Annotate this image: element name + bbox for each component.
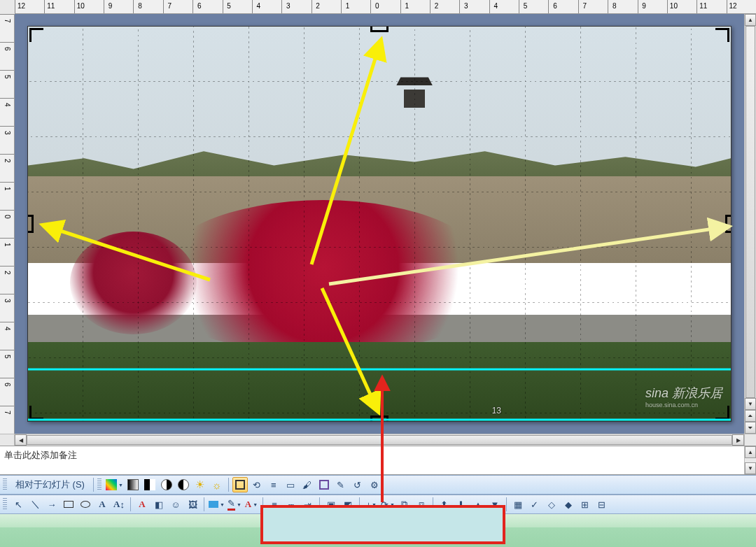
crop-handle-tr[interactable] [715,28,729,42]
ellipse-tool[interactable] [78,497,93,512]
line-color-button[interactable]: ✎▼ [227,497,242,512]
crop-handle-br[interactable] [715,406,729,420]
ruler-h-tick: 12 [15,0,27,13]
toolbar-grip-2[interactable] [97,478,102,491]
ruler-v-tick: 2 [0,154,14,166]
ruler-h-tick: 2 [312,0,324,13]
blossom-tree-graphic [155,200,492,350]
scroll-left-button[interactable]: ◀ [15,434,27,446]
ruler-v-tick: 7 [0,14,14,27]
vertical-scrollbar[interactable]: ▲ ▼ ⏶ ⏷ [744,14,756,434]
slide[interactable]: sina 新浪乐居 house.sina.com.cn 13 [27,26,732,422]
black-white-button[interactable] [142,477,158,492]
notes-pane[interactable]: 单击此处添加备注 ▲ ▼ [0,446,756,475]
ruler-v-tick: 0 [0,210,14,222]
color-menu-button[interactable]: ▼ [105,477,124,492]
insert-clipart-button[interactable]: ☺ [168,497,183,512]
scroll-down-button[interactable]: ▼ [745,398,756,410]
line-style-button[interactable]: ≡ [266,477,281,492]
grid-button[interactable]: ▦ [510,497,526,512]
fill-color-button[interactable]: ▼ [208,497,225,512]
scroll-right-button[interactable]: ▶ [732,434,744,446]
ruler-v-tick: 5 [0,350,14,362]
line-tool[interactable]: ＼ [27,497,43,512]
watermark: sina 新浪乐居 house.sina.com.cn [645,385,722,409]
extra-1-button[interactable]: ◇ [544,497,559,512]
ruler-h-tick: 4 [252,0,265,13]
slide-stage[interactable]: sina 新浪乐居 house.sina.com.cn 13 [15,14,744,434]
ruler-v-tick: 6 [0,42,14,55]
horizontal-scrollbar[interactable]: ◀ ▶ [15,434,744,446]
less-contrast-button[interactable] [176,477,191,492]
crop-handle-bl[interactable] [29,406,43,420]
insert-diagram-button[interactable]: ◧ [151,497,167,512]
ruler-h-tick: 10 [74,0,87,13]
notes-scrollbar[interactable]: ▲ ▼ [744,446,756,474]
ruler-h-tick: 8 [133,0,146,13]
ruler-h-tick: 3 [459,0,472,13]
snap-button[interactable]: ✓ [527,497,542,512]
ruler-h-tick: 11 [696,0,709,13]
insert-wordart-button[interactable]: A [134,497,150,512]
watermark-main: sina 新浪乐居 [645,386,722,400]
next-slide-button[interactable]: ⏷ [745,422,756,434]
ruler-v-tick: 1 [0,238,14,250]
drawing-grip[interactable] [3,498,7,511]
extra-3-button[interactable]: ⊞ [578,497,593,512]
crop-handle-r[interactable] [725,215,731,233]
rotate-left-button[interactable]: ⟲ [249,477,265,492]
ruler-v-tick: 6 [0,378,14,390]
ruler-v-tick: 4 [0,322,14,334]
slide-image[interactable]: sina 新浪乐居 house.sina.com.cn 13 [28,27,731,421]
prev-slide-button[interactable]: ⏶ [745,410,756,422]
ruler-h-tick: 6 [548,0,561,13]
notes-scroll-down[interactable]: ▼ [745,462,756,474]
reset-picture-button[interactable]: ↺ [350,477,365,492]
format-picture-button[interactable] [316,477,332,492]
vertical-text-tool[interactable]: A↕ [111,497,127,512]
ruler-h-tick: 6 [192,0,205,13]
crop-handle-b[interactable] [370,415,388,421]
picture-toolbar: 相对于幻灯片 (S) ▼ ☀ ☼ ⟲ ≡ ▭ 🖌 ✎ ↺ ⚙ [0,475,756,495]
relative-to-slide-button[interactable]: 相对于幻灯片 (S) [10,477,90,492]
compress-picture-button[interactable]: ▭ [283,477,298,492]
ruler-v-tick: 3 [0,294,14,306]
ruler-h-tick: 8 [608,0,620,13]
relative-to-slide-label: 相对于幻灯片 (S) [15,478,85,491]
textbox-tool[interactable]: A [94,497,110,512]
crop-button[interactable] [232,477,248,492]
ruler-v-tick: 5 [0,70,14,83]
crop-handle-tl[interactable] [29,28,43,42]
ruler-h-tick: 1 [341,0,354,13]
scroll-up-button[interactable]: ▲ [745,14,756,26]
ruler-h-tick: 5 [519,0,531,13]
ruler-h-tick: 9 [104,0,116,13]
notes-scroll-up[interactable]: ▲ [745,446,756,458]
extra-2-button[interactable]: ◆ [561,497,576,512]
select-tool[interactable]: ↖ [10,497,26,512]
crop-handle-t[interactable] [370,27,388,32]
extra-4-button[interactable]: ⊟ [594,497,610,512]
less-brightness-button[interactable]: ☼ [209,477,225,492]
transparent-color-button[interactable]: ✎ [333,477,349,492]
grayscale-button[interactable] [125,477,141,492]
crop-handle-l[interactable] [28,215,34,233]
more-picture-button[interactable]: ⚙ [367,477,382,492]
more-contrast-button[interactable] [159,477,174,492]
ruler-h-tick: 10 [667,0,680,13]
toolbar-grip[interactable] [3,478,7,491]
ruler-v-tick: 1 [0,182,14,194]
scroll-thumb-v[interactable] [746,26,755,398]
rectangle-tool[interactable] [61,497,76,512]
scroll-thumb-h[interactable] [27,435,732,445]
font-color-button[interactable]: A▼ [244,497,259,512]
ruler-horizontal: 1211109876543210123456789101112 [15,0,756,14]
more-brightness-button[interactable]: ☀ [192,477,208,492]
insert-picture-button[interactable]: 🖼 [185,497,200,512]
recolor-button[interactable]: 🖌 [300,477,315,492]
arrow-tool[interactable]: → [44,497,59,512]
ruler-h-tick: 9 [638,0,650,13]
slide-page-number: 13 [492,406,501,415]
ruler-h-tick: 7 [578,0,591,13]
ruler-h-tick: 1 [400,0,413,13]
